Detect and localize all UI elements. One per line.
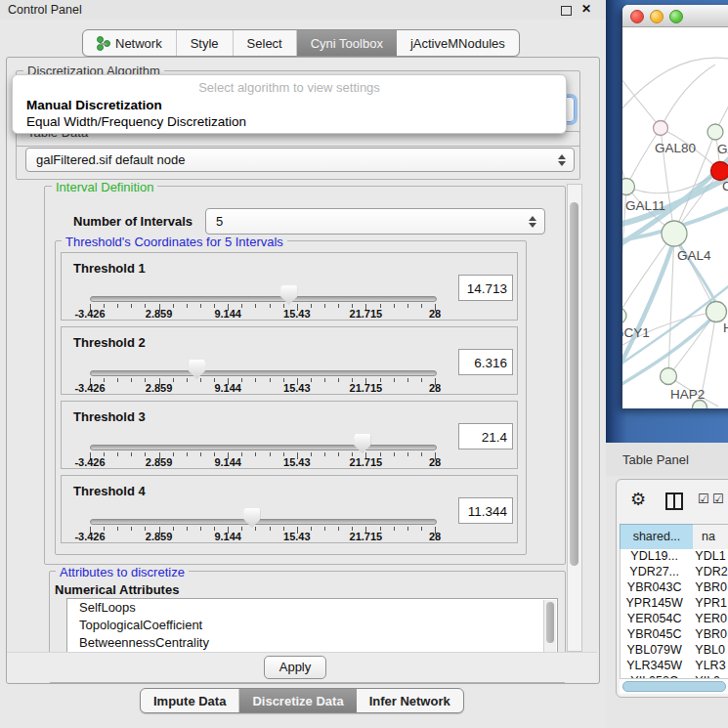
slider-tick — [338, 527, 339, 531]
popup-item[interactable]: Equal Width/Frequency Discretization — [16, 113, 563, 130]
list-item[interactable]: TopologicalCoefficient — [67, 617, 557, 634]
slider-tick — [200, 527, 201, 531]
table-row[interactable]: YPR145WYPR1 — [621, 596, 728, 612]
slider-tick — [117, 527, 118, 531]
table-data-combobox[interactable]: galFiltered.sif default node — [25, 148, 575, 172]
tab-infer-network[interactable]: Infer Network — [357, 689, 463, 712]
minimize-traffic-light-icon[interactable] — [650, 10, 664, 23]
column-header-name[interactable]: na — [693, 524, 728, 550]
slider-handle[interactable] — [243, 508, 260, 528]
slider-tick — [131, 304, 132, 308]
settings-scrollbar[interactable] — [567, 184, 582, 652]
settings-scrollbar-thumb[interactable] — [570, 202, 578, 566]
slider-tick — [338, 378, 339, 382]
split-view-icon[interactable] — [665, 492, 683, 510]
gear-icon[interactable]: ⚙ — [630, 489, 646, 510]
node-gal80[interactable] — [654, 121, 668, 136]
threshold-list: Threshold 1-3.4262.8599.14415.4321.71528… — [61, 252, 518, 549]
table-row[interactable]: YER054CYER0 — [621, 612, 728, 627]
network-canvas[interactable]: GAL80 GA C GAL11 GAL4 GCY1 H HAP2 — [622, 27, 728, 408]
slider-scale-label: 2.859 — [146, 531, 173, 542]
slider-scale-label: 9.144 — [214, 456, 241, 468]
node-highlighted[interactable] — [711, 162, 728, 181]
threshold-slider[interactable]: -3.4262.8599.14415.4321.71528 — [90, 402, 435, 468]
slider-handle[interactable] — [189, 360, 205, 379]
thresholds-group-title: Threshold's Coordinates for 5 Intervals — [62, 235, 287, 249]
slider-scale-label: 28 — [429, 456, 441, 468]
close-icon[interactable]: ✕ — [581, 2, 591, 16]
tab-style[interactable]: Style — [177, 30, 234, 56]
table-horizontal-scrollbar-thumb[interactable] — [622, 681, 726, 692]
node-gal4[interactable] — [662, 221, 687, 246]
slider-scale-label: 2.859 — [146, 382, 173, 394]
node-ga[interactable] — [707, 124, 723, 140]
slider-scale-label: 15.43 — [283, 382, 311, 394]
list-item[interactable]: SelfLoops — [67, 599, 557, 617]
node-gal11[interactable] — [622, 179, 635, 195]
table-cell-name: YPR1 — [688, 596, 728, 612]
slider-tick — [311, 527, 312, 531]
tab-network[interactable]: Network — [83, 30, 177, 56]
threshold-slider[interactable]: -3.4262.8599.14415.4321.71528 — [90, 327, 435, 394]
node-hap2[interactable] — [661, 368, 677, 385]
threshold-value-field[interactable]: 6.316 — [458, 349, 513, 375]
attributes-group-title: Attributes to discretize — [56, 565, 189, 579]
close-traffic-light-icon[interactable] — [630, 10, 644, 23]
slider-track[interactable] — [90, 519, 437, 525]
threshold-value-field[interactable]: 14.713 — [458, 275, 513, 301]
tab-discretize-data[interactable]: Discretize Data — [239, 689, 356, 712]
tab-cyni-toolbox[interactable]: Cyni Toolbox — [297, 30, 397, 56]
slider-tick — [421, 527, 422, 531]
slider-tick — [200, 452, 201, 456]
slider-tick — [270, 304, 271, 308]
table-row[interactable]: YDR27...YDR2 — [621, 565, 728, 580]
table-row[interactable]: YLR345WYLR3 — [621, 659, 728, 674]
threshold-slider[interactable]: -3.4262.8599.14415.4321.71528 — [90, 476, 435, 542]
table-rows[interactable]: YDL19...YDL1YDR27...YDR2YBR043CYBR0YPR14… — [620, 549, 728, 678]
checkbox-checked-icon[interactable]: ☑ — [712, 492, 724, 506]
slider-track[interactable] — [90, 445, 437, 450]
threshold-value-field[interactable]: 21.4 — [458, 423, 513, 450]
table-cell-shared-name: YPR145W — [621, 596, 688, 612]
slider-tick — [173, 304, 174, 308]
table-row[interactable]: YDL19...YDL1 — [621, 549, 728, 565]
network-view-window[interactable]: GAL80 GA C GAL11 GAL4 GCY1 H HAP2 — [622, 5, 728, 408]
slider-handle[interactable] — [280, 285, 297, 305]
list-item[interactable]: BetweennessCentrality — [67, 634, 557, 652]
attributes-scrollbar[interactable] — [543, 600, 556, 653]
zoom-traffic-light-icon[interactable] — [669, 10, 683, 23]
slider-tick — [241, 527, 242, 531]
slider-tick — [421, 452, 422, 456]
apply-button[interactable]: Apply — [264, 656, 326, 679]
node-gcy1[interactable] — [622, 308, 626, 323]
threshold-slider[interactable]: -3.4262.8599.14415.4321.71528 — [90, 253, 435, 320]
slider-track[interactable] — [90, 370, 437, 376]
slider-track[interactable] — [90, 296, 437, 302]
tab-jactivemnodules[interactable]: jActiveMNodules — [397, 30, 519, 56]
table-cell-shared-name: YDL19... — [621, 549, 688, 565]
slider-scale-label: 2.859 — [146, 456, 173, 468]
table-cell-name: YER0 — [688, 612, 728, 627]
tab-select[interactable]: Select — [234, 30, 297, 56]
table-cell-name: YBR0 — [688, 580, 728, 596]
slider-tick — [324, 304, 325, 308]
attributes-scrollbar-thumb[interactable] — [546, 602, 554, 643]
top-tab-bar: NetworkStyleSelectCyni ToolboxjActiveMNo… — [82, 29, 520, 57]
tab-impute-data[interactable]: Impute Data — [141, 689, 239, 712]
float-window-icon[interactable] — [561, 6, 572, 16]
svg-text:GA: GA — [717, 142, 728, 156]
column-header-shared-name[interactable]: shared... — [620, 524, 694, 550]
network-window-titlebar[interactable] — [622, 5, 728, 27]
checkbox-checked-icon[interactable]: ☑ — [698, 492, 709, 506]
numerical-attributes-list[interactable]: SelfLoopsTopologicalCoefficientBetweenne… — [66, 598, 558, 655]
popup-item[interactable]: Manual Discretization — [16, 97, 563, 113]
table-cell-shared-name: YER054C — [621, 612, 688, 627]
table-row[interactable]: YBR043CYBR0 — [621, 580, 728, 596]
table-row[interactable]: YBR045CYBR0 — [621, 627, 728, 643]
table-row[interactable]: YBL079WYBL0 — [621, 643, 728, 659]
number-of-intervals-combobox[interactable]: 5 — [205, 208, 545, 235]
threshold-value-field[interactable]: 11.344 — [458, 497, 513, 524]
slider-handle[interactable] — [354, 434, 370, 453]
node-h[interactable] — [707, 302, 727, 322]
slider-scale-label: -3.426 — [74, 308, 105, 320]
